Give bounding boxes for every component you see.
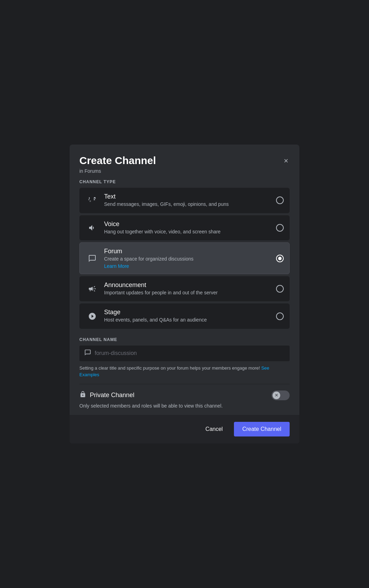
modal-header: Create Channel in Forums × [70,145,299,179]
create-channel-button[interactable]: Create Channel [234,422,290,436]
forum-channel-info: Forum Create a space for organized discu… [104,248,276,269]
channel-types-list: # Text Send messages, images, GIFs, emoj… [79,188,290,329]
modal-subtitle: in Forums [79,168,156,174]
voice-channel-info: Voice Hang out together with voice, vide… [104,220,276,235]
voice-channel-name: Voice [104,220,276,228]
voice-channel-icon [85,221,99,235]
text-channel-desc: Send messages, images, GIFs, emoji, opin… [104,201,276,208]
private-channel-left: Private Channel [79,391,134,400]
modal-footer: Cancel Create Channel [70,415,299,443]
announcement-channel-radio[interactable] [276,285,284,293]
close-button[interactable]: × [282,156,290,166]
channel-type-stage[interactable]: Stage Host events, panels, and Q&As for … [79,303,290,329]
channel-type-announcement[interactable]: Announcement Important updates for peopl… [79,276,290,302]
forum-learn-more-link[interactable]: Learn More [104,263,276,269]
text-channel-icon: # [85,193,99,207]
announcement-channel-icon [85,282,99,296]
channel-name-input-icon [84,349,91,358]
forum-channel-name: Forum [104,248,276,255]
toggle-knob: ✕ [273,392,280,399]
forum-channel-radio[interactable] [276,255,284,262]
channel-type-section-label: CHANNEL TYPE [79,179,290,184]
stage-channel-info: Stage Host events, panels, and Q&As for … [104,309,276,324]
text-channel-radio[interactable] [276,196,284,204]
private-channel-row: Private Channel ✕ [79,390,290,400]
channel-name-input-wrapper [79,346,290,361]
announcement-channel-desc: Important updates for people in and out … [104,289,276,296]
forum-channel-icon [85,252,99,265]
announcement-channel-name: Announcement [104,281,276,289]
channel-type-text[interactable]: # Text Send messages, images, GIFs, emoj… [79,188,290,213]
modal-title: Create Channel [79,154,156,167]
private-channel-desc: Only selected members and roles will be … [79,403,290,409]
lock-icon [79,391,86,400]
channel-name-section-label: CHANNEL NAME [79,337,290,342]
stage-channel-radio[interactable] [276,312,284,320]
modal-body: CHANNEL TYPE # Text Send messages, image… [70,179,299,415]
private-channel-toggle[interactable]: ✕ [272,390,290,400]
channel-name-hint: Setting a clear title and specific purpo… [79,365,290,378]
voice-channel-desc: Hang out together with voice, video, and… [104,229,276,235]
channel-name-input[interactable] [95,350,285,356]
text-channel-info: Text Send messages, images, GIFs, emoji,… [104,193,276,208]
channel-type-forum[interactable]: Forum Create a space for organized discu… [79,242,290,274]
cancel-button[interactable]: Cancel [200,423,228,436]
text-channel-name: Text [104,193,276,200]
create-channel-modal: Create Channel in Forums × CHANNEL TYPE … [70,145,299,443]
stage-channel-desc: Host events, panels, and Q&As for an aud… [104,317,276,324]
private-channel-section: Private Channel ✕ Only selected members … [79,384,290,415]
private-channel-label: Private Channel [90,392,134,399]
voice-channel-radio[interactable] [276,224,284,232]
stage-channel-name: Stage [104,309,276,316]
channel-name-section: CHANNEL NAME Setting a clear title and s… [79,337,290,378]
stage-channel-icon [85,309,99,323]
svg-text:#: # [89,200,91,203]
announcement-channel-info: Announcement Important updates for peopl… [104,281,276,296]
channel-type-voice[interactable]: Voice Hang out together with voice, vide… [79,215,290,241]
modal-title-block: Create Channel in Forums [79,154,156,174]
forum-channel-desc: Create a space for organized discussions [104,256,276,263]
